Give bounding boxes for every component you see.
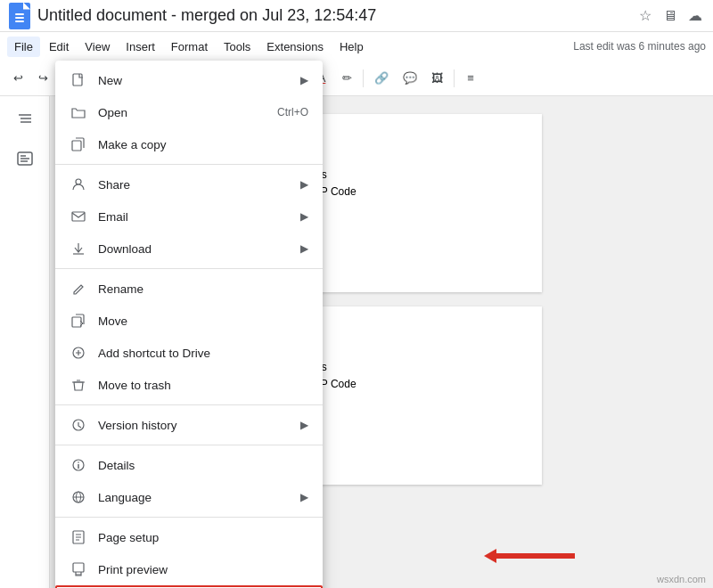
menu-item-language[interactable]: Language ▶ xyxy=(55,481,323,513)
menu-item-version-history[interactable]: Version history ▶ xyxy=(55,409,323,441)
new-arrow-icon: ▶ xyxy=(300,74,308,86)
menu-view[interactable]: View xyxy=(78,37,117,57)
sidebar-outline-btn[interactable] xyxy=(9,103,41,135)
svg-point-8 xyxy=(78,461,79,463)
menu-tools[interactable]: Tools xyxy=(217,37,258,57)
menu-item-version-history-label: Version history xyxy=(98,419,290,432)
menu-item-make-copy-label: Make a copy xyxy=(98,138,308,151)
history-icon xyxy=(70,416,87,434)
menu-item-make-copy[interactable]: Make a copy xyxy=(55,128,323,160)
divider-5 xyxy=(55,517,323,518)
red-arrow-head xyxy=(484,549,496,563)
star-icon[interactable]: ☆ xyxy=(636,7,654,25)
rename-icon xyxy=(70,280,87,298)
version-history-arrow-icon: ▶ xyxy=(300,419,308,431)
language-icon xyxy=(70,488,87,506)
email-arrow-icon: ▶ xyxy=(300,210,308,223)
svg-rect-3 xyxy=(72,212,85,221)
menu-item-page-setup[interactable]: Page setup xyxy=(55,521,323,553)
menu-item-print-preview[interactable]: Print preview xyxy=(55,553,323,585)
file-dropdown-menu: New ▶ Open Ctrl+O Make a copy Share ▶ Em… xyxy=(55,61,323,588)
svg-rect-5 xyxy=(72,317,81,327)
menu-item-open[interactable]: Open Ctrl+O xyxy=(55,96,323,128)
add-shortcut-icon xyxy=(70,344,87,362)
svg-rect-1 xyxy=(72,141,81,151)
menu-item-download[interactable]: Download ▶ xyxy=(55,233,323,265)
menu-item-rename[interactable]: Rename xyxy=(55,273,323,305)
cloud-icon[interactable]: ☁ xyxy=(686,7,704,25)
menu-item-move-trash[interactable]: Move to trash xyxy=(55,369,323,401)
svg-point-2 xyxy=(76,179,81,184)
last-edit-text: Last edit was 6 minutes ago xyxy=(573,40,706,53)
undo-button[interactable]: ↩ xyxy=(7,66,29,91)
doc-icon xyxy=(9,3,30,29)
toolbar-divider-4 xyxy=(363,69,364,87)
menu-item-move-label: Move xyxy=(98,314,308,328)
watermark: wsxdn.com xyxy=(657,574,706,584)
comment-button[interactable]: 💬 xyxy=(397,66,422,91)
move-icon xyxy=(70,312,87,330)
menu-item-new-label: New xyxy=(98,74,290,87)
copy-icon xyxy=(70,135,87,153)
divider-4 xyxy=(55,445,323,445)
redo-button[interactable]: ↪ xyxy=(32,66,53,91)
open-shortcut: Ctrl+O xyxy=(277,106,308,118)
divider-1 xyxy=(55,164,323,165)
menu-item-share[interactable]: Share ▶ xyxy=(55,168,323,200)
divider-2 xyxy=(55,268,323,269)
menu-item-new[interactable]: New ▶ xyxy=(55,64,323,96)
menu-item-details[interactable]: Details xyxy=(55,449,323,481)
menu-item-move[interactable]: Move xyxy=(55,305,323,337)
menu-item-email[interactable]: Email ▶ xyxy=(55,200,323,233)
trash-icon xyxy=(70,376,87,394)
menu-extensions[interactable]: Extensions xyxy=(259,37,331,57)
new-doc-icon xyxy=(70,71,87,89)
language-arrow-icon: ▶ xyxy=(300,491,308,503)
menu-bar: File Edit View Insert Format Tools Exten… xyxy=(0,32,713,61)
page-setup-icon xyxy=(70,528,87,546)
info-icon xyxy=(70,456,87,474)
menu-item-page-setup-label: Page setup xyxy=(98,531,308,544)
doc-title: Untitled document - merged on Jul 23, 12… xyxy=(37,6,629,25)
menu-item-share-label: Share xyxy=(98,178,290,192)
menu-item-email-label: Email xyxy=(98,210,290,224)
menu-item-language-label: Language xyxy=(98,491,290,504)
computer-icon[interactable]: 🖥 xyxy=(661,7,679,25)
title-bar: Untitled document - merged on Jul 23, 12… xyxy=(0,0,713,32)
align-button[interactable]: ≡ xyxy=(460,66,481,91)
menu-item-add-shortcut[interactable]: Add shortcut to Drive xyxy=(55,337,323,369)
svg-rect-16 xyxy=(73,563,84,572)
title-icons: ☆ 🖥 ☁ xyxy=(636,7,704,25)
menu-item-move-trash-label: Move to trash xyxy=(98,379,308,392)
menu-item-rename-label: Rename xyxy=(98,282,308,296)
person-icon xyxy=(70,176,87,193)
toolbar-divider-5 xyxy=(454,69,455,87)
sidebar xyxy=(0,96,50,588)
menu-item-download-label: Download xyxy=(98,242,290,256)
svg-rect-0 xyxy=(73,74,82,86)
menu-format[interactable]: Format xyxy=(164,37,215,57)
menu-help[interactable]: Help xyxy=(332,37,371,57)
link-button[interactable]: 🔗 xyxy=(369,66,394,91)
arrow-annotation xyxy=(495,553,575,559)
menu-file[interactable]: File xyxy=(7,37,40,57)
menu-item-open-label: Open xyxy=(98,106,266,119)
menu-item-add-shortcut-label: Add shortcut to Drive xyxy=(98,347,308,360)
email-icon xyxy=(70,208,87,225)
image-button[interactable]: 🖼 xyxy=(426,66,448,91)
menu-edit[interactable]: Edit xyxy=(42,37,76,57)
download-icon xyxy=(70,240,87,257)
print-preview-icon xyxy=(70,560,87,578)
menu-insert[interactable]: Insert xyxy=(119,37,162,57)
divider-3 xyxy=(55,404,323,405)
folder-icon xyxy=(70,103,87,121)
download-arrow-icon: ▶ xyxy=(300,242,308,255)
highlight-button[interactable]: ✏ xyxy=(336,66,357,91)
menu-item-details-label: Details xyxy=(98,459,308,472)
share-arrow-icon: ▶ xyxy=(300,178,308,191)
sidebar-format-btn[interactable] xyxy=(9,143,41,175)
menu-item-print-preview-label: Print preview xyxy=(98,563,308,576)
red-arrow-body xyxy=(495,553,575,559)
